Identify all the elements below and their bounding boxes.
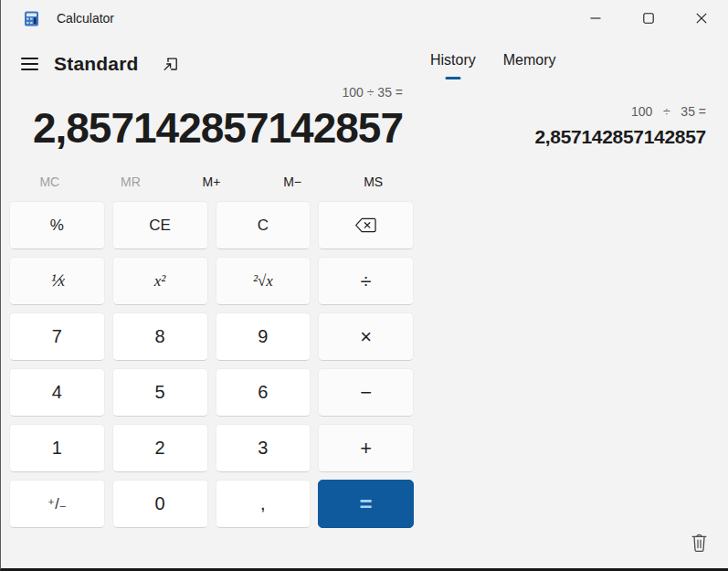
key-equals[interactable]: = (318, 480, 414, 528)
panel-tabs: History Memory (430, 37, 728, 79)
keep-on-top-button[interactable] (160, 55, 181, 74)
key-percent[interactable]: % (9, 201, 105, 249)
memory-store-button[interactable]: MS (332, 170, 414, 194)
key-1[interactable]: 1 (9, 424, 105, 472)
memory-clear-button[interactable]: MC (9, 170, 90, 194)
key-square-root[interactable]: ²√x (216, 257, 311, 305)
trash-icon (691, 534, 708, 553)
key-0[interactable]: 0 (112, 480, 208, 528)
key-6[interactable]: 6 (216, 368, 311, 417)
calc-expression: 100 ÷ 35 = (1, 84, 403, 100)
history-result: 2,857142857142857 (430, 126, 706, 148)
key-backspace[interactable] (318, 201, 414, 249)
key-5[interactable]: 5 (112, 368, 208, 417)
memory-add-button[interactable]: M+ (171, 170, 252, 194)
key-clear[interactable]: C (216, 201, 311, 249)
keypad: % CE C ⅟x x² ²√x ÷ 7 8 9 × 4 5 6 − 1 2 (9, 201, 414, 528)
mode-header: Standard (1, 48, 430, 80)
menu-button[interactable] (21, 56, 38, 72)
window-controls (569, 0, 728, 37)
calculator-app-icon (24, 11, 39, 26)
keep-on-top-icon (162, 57, 179, 72)
maximize-icon (643, 13, 654, 24)
window-title: Calculator (57, 11, 114, 26)
maximize-button[interactable] (622, 0, 675, 37)
key-clear-entry[interactable]: CE (112, 201, 208, 249)
key-square[interactable]: x² (112, 257, 208, 305)
key-3[interactable]: 3 (216, 424, 311, 472)
tab-history[interactable]: History (430, 52, 476, 79)
clear-history-button[interactable] (689, 532, 710, 555)
minimize-button[interactable] (569, 0, 622, 37)
key-4[interactable]: 4 (9, 368, 105, 417)
memory-subtract-button[interactable]: M− (252, 170, 333, 194)
key-decimal[interactable]: , (216, 480, 311, 528)
history-expression: 100 ÷ 35 = (430, 103, 706, 120)
history-panel: History Memory 100 ÷ 35 = 2,857142857142… (430, 37, 728, 568)
close-icon (696, 13, 707, 24)
key-plus[interactable]: + (318, 424, 414, 472)
display: 100 ÷ 35 = 2,857142857142857 (1, 84, 430, 153)
calculator-pane: Standard 100 ÷ 35 = 2,857142857142857 MC… (1, 37, 430, 528)
key-reciprocal[interactable]: ⅟x (9, 257, 105, 305)
hamburger-icon (21, 58, 38, 59)
calculator-window: Calculator (0, 0, 728, 571)
key-minus[interactable]: − (318, 368, 414, 417)
key-multiply[interactable]: × (318, 312, 414, 361)
key-divide[interactable]: ÷ (318, 257, 414, 305)
key-7[interactable]: 7 (9, 312, 105, 361)
key-negate[interactable]: ⁺/₋ (9, 480, 105, 528)
key-8[interactable]: 8 (112, 312, 208, 361)
memory-row: MC MR M+ M− MS (9, 170, 414, 194)
key-9[interactable]: 9 (216, 312, 311, 361)
close-button[interactable] (675, 0, 728, 37)
backspace-icon (354, 217, 377, 233)
history-entry[interactable]: 100 ÷ 35 = 2,857142857142857 (430, 103, 728, 148)
mode-title: Standard (54, 53, 139, 75)
tab-memory[interactable]: Memory (503, 52, 556, 79)
minimize-icon (590, 13, 601, 24)
calc-result: 2,857142857142857 (1, 102, 403, 153)
memory-recall-button[interactable]: MR (90, 170, 172, 194)
titlebar: Calculator (1, 0, 728, 37)
key-2[interactable]: 2 (112, 424, 208, 472)
